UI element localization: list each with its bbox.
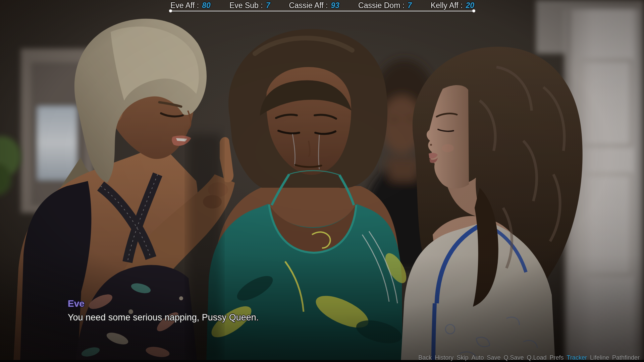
quick-menu-pathfinder[interactable]: Pathfinder (612, 354, 640, 361)
quick-menu-skip[interactable]: Skip (457, 354, 468, 361)
stat-cassie-dom: Cassie Dom : 7 (358, 1, 412, 10)
quick-menu-tracker[interactable]: Tracker (567, 354, 587, 361)
stat-tracker-bar: Eve Aff : 80 Eve Sub : 7 Cassie Aff : 93… (170, 1, 474, 10)
quick-menu: Back History Skip Auto Save Q.Save Q.Loa… (418, 354, 640, 361)
tracker-line-left-dot (169, 9, 172, 12)
stat-label: Kelly Aff : (431, 1, 463, 10)
stat-value: 80 (202, 1, 211, 10)
tracker-underline (170, 11, 474, 11)
dialogue-text: You need some serious napping, Pussy Que… (68, 312, 259, 323)
stat-label: Eve Sub : (229, 1, 263, 10)
quick-menu-qload[interactable]: Q.Load (527, 354, 546, 361)
quick-menu-lifeline[interactable]: Lifeline (590, 354, 609, 361)
stat-kelly-aff: Kelly Aff : 20 (431, 1, 474, 10)
quick-menu-save[interactable]: Save (487, 354, 500, 361)
stat-cassie-aff: Cassie Aff : 93 (289, 1, 339, 10)
stat-eve-sub: Eve Sub : 7 (229, 1, 270, 10)
stat-value: 7 (266, 1, 270, 10)
quick-menu-auto[interactable]: Auto (471, 354, 484, 361)
tracker-line-right-dot (472, 9, 475, 12)
stat-label: Cassie Aff : (289, 1, 328, 10)
quick-menu-back[interactable]: Back (418, 354, 432, 361)
stat-value: 93 (331, 1, 339, 10)
speaker-name: Eve (68, 298, 85, 309)
stat-eve-aff: Eve Aff : 80 (170, 1, 211, 10)
quick-menu-prefs[interactable]: Prefs (550, 354, 564, 361)
stat-label: Eve Aff : (170, 1, 199, 10)
stat-label: Cassie Dom : (358, 1, 405, 10)
quick-menu-history[interactable]: History (435, 354, 453, 361)
stat-value: 20 (466, 1, 474, 10)
stat-value: 7 (408, 1, 412, 10)
quick-menu-qsave[interactable]: Q.Save (503, 354, 524, 361)
